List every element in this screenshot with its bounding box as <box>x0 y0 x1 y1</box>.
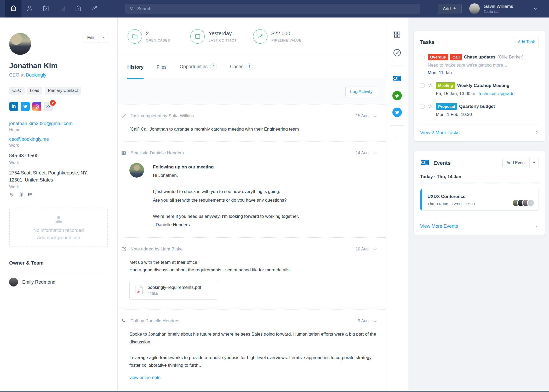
email-work-label: Work <box>9 143 108 148</box>
chevron-down-icon[interactable] <box>373 114 377 118</box>
phone-label: Work <box>9 160 108 165</box>
map-pin-icon[interactable] <box>9 192 14 198</box>
global-search <box>125 4 420 14</box>
email-line: Are you all set with the requirements or… <box>153 196 299 204</box>
email-line: We're here if you need us anyway. I'm lo… <box>153 212 299 221</box>
apps-grid-icon[interactable] <box>393 31 401 38</box>
view-more-events[interactable]: View More Events <box>420 218 539 235</box>
email-home-label: Home <box>9 127 108 132</box>
chevron-down-icon <box>101 36 105 40</box>
quickbooks-icon[interactable]: qb <box>392 91 402 100</box>
linkedin-icon[interactable]: in <box>9 102 18 111</box>
tasks-card: Tasks Add Task Overdue Call Chase update… <box>414 31 545 142</box>
calendar-icon <box>190 29 205 44</box>
address-line2: 12601, United States <box>9 177 108 184</box>
edit-button[interactable]: Edit <box>83 33 108 43</box>
add-event-caret[interactable] <box>529 158 539 168</box>
stat-label: LAST CONTACT <box>209 38 237 42</box>
add-task-button[interactable]: Add Task <box>514 37 539 47</box>
task-assignee: (Ollie Barker) <box>497 55 523 60</box>
stat-label: PIPELINE VALUE <box>271 38 301 42</box>
task-checkbox[interactable] <box>420 55 425 59</box>
edit-caret[interactable] <box>99 33 108 43</box>
status-badge: Overdue <box>428 54 448 60</box>
email-work-link[interactable]: ceo@bookingly.me <box>9 137 49 142</box>
user-name: Gavin Williams <box>484 4 513 9</box>
chevron-down-icon[interactable] <box>373 151 377 155</box>
log-activity-button[interactable]: Log Activity <box>345 86 377 97</box>
plus-icon <box>453 6 456 11</box>
nav-pipeline[interactable] <box>86 0 102 17</box>
entry-header: Note added by Liam Blake <box>130 247 356 252</box>
nav-people[interactable] <box>21 0 38 17</box>
entry-date: 14 Aug <box>356 151 369 155</box>
address-label: Work <box>9 185 108 189</box>
tab-files[interactable]: Files <box>157 65 167 79</box>
nav-home[interactable] <box>5 0 21 17</box>
nav-reports[interactable] <box>54 0 70 17</box>
task-date: Mon, 11 Jan <box>428 70 523 75</box>
task-checkbox[interactable] <box>420 104 425 109</box>
call-paragraph: Leverage agile frameworks to provide a r… <box>129 354 377 370</box>
owner-row[interactable]: Emily Redmond <box>9 278 108 286</box>
list-icon[interactable] <box>27 192 33 198</box>
recurring-icon <box>427 83 433 96</box>
task-opportunity-link[interactable]: Technical Upgrade <box>478 91 514 96</box>
event-title: UXDX Conference <box>427 194 534 199</box>
check-circle-icon[interactable] <box>393 48 402 57</box>
events-today-label: Today · Thu, 14 Jan <box>420 174 539 179</box>
timeline-entry-email: Email via Danielle Henders 14 Aug Follow… <box>118 142 386 238</box>
nav-cases[interactable] <box>70 0 86 17</box>
tab-opportunities[interactable]: Opportunities2 <box>180 63 217 79</box>
contact-role: CEO at <box>9 72 25 78</box>
task-title[interactable]: Quarterly budget <box>459 104 495 109</box>
twitter-icon[interactable] <box>21 102 30 111</box>
email-home-link[interactable]: jonathan.kim2020@gmail.com <box>9 121 72 126</box>
log-activity-strip: Log Activity <box>118 79 386 104</box>
instagram-icon[interactable] <box>32 102 41 111</box>
attachment-card[interactable]: bookingly-requirements.pdf 425kb <box>129 281 218 300</box>
folder-icon <box>128 29 142 44</box>
chevron-down-icon[interactable] <box>373 247 377 251</box>
add-background-box[interactable]: No information recorded Add background i… <box>9 209 108 247</box>
twitter-icon[interactable] <box>392 108 402 117</box>
task-title[interactable]: Weekly Catchup Meeting <box>457 83 510 88</box>
task-checkbox[interactable] <box>420 83 425 88</box>
add-event-button[interactable]: Add Event <box>502 158 539 168</box>
integration-rail: qb <box>386 17 408 392</box>
email-subject: Following up on our meeting <box>153 163 299 171</box>
view-more-tasks[interactable]: View 2 More Tasks <box>420 125 539 141</box>
background-empty-line2: Add background info <box>37 234 80 242</box>
chevron-down-icon[interactable] <box>373 319 377 323</box>
nav-calendar[interactable] <box>38 0 54 17</box>
category-badge: Meeting <box>436 82 455 89</box>
company-link[interactable]: Bookingly <box>26 72 46 78</box>
attachment-name: bookingly-requirements.pdf <box>147 285 201 290</box>
search-icon <box>129 6 134 12</box>
map-icon[interactable] <box>18 192 24 198</box>
tab-history[interactable]: History <box>127 65 144 79</box>
top-nav: Add Gavin Williams Zestia Ltd. <box>0 0 549 17</box>
background-empty-line1: No information recorded <box>33 227 84 234</box>
events-card: Events Add Event Today · Thu, 14 Jan UXD… <box>414 151 545 235</box>
task-title[interactable]: Chase updates <box>464 55 495 60</box>
tab-cases[interactable]: Cases1 <box>230 63 253 79</box>
bottom-edge-bar <box>0 391 549 392</box>
phone-icon <box>121 318 127 324</box>
search-input[interactable] <box>137 6 416 11</box>
user-menu[interactable]: Gavin Williams Zestia Ltd. <box>469 3 513 14</box>
outlook-icon[interactable] <box>392 74 402 83</box>
chevron-down-icon <box>533 7 537 12</box>
user-menu-caret[interactable] <box>533 7 537 12</box>
add-button-label: Add <box>443 6 451 11</box>
add-integration-icon[interactable] <box>394 134 400 140</box>
add-button[interactable]: Add <box>438 4 462 14</box>
events-title: Events <box>433 160 451 166</box>
view-entire-note-link[interactable]: view entire note <box>129 375 161 380</box>
attachment-size: 425kb <box>147 291 201 296</box>
event-item[interactable]: UXDX Conference Thu, 14 Jan · 12:00 - 17… <box>420 189 539 211</box>
tab-label: History <box>127 65 144 70</box>
social-row: in 2 <box>9 102 108 111</box>
calendar-check-icon <box>42 5 49 13</box>
rail-divider <box>391 66 404 66</box>
